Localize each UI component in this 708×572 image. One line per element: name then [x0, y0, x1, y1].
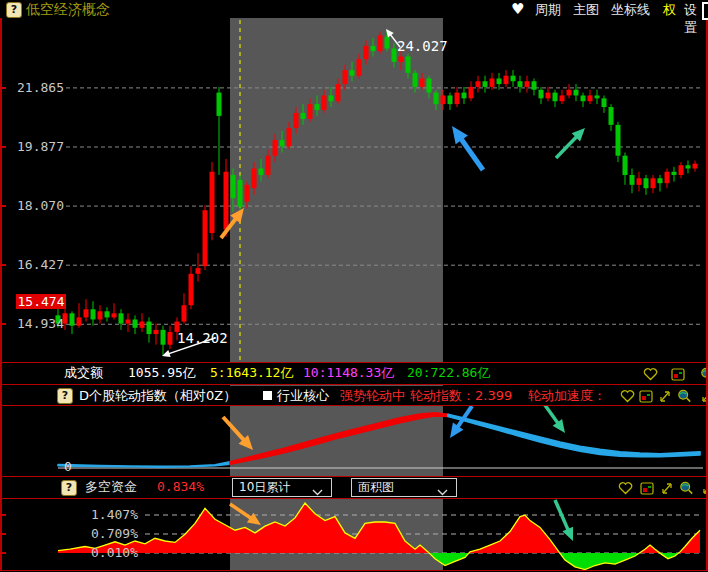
period-dropdown-value: 10日累计	[239, 480, 290, 494]
fund-tick-label: 0.709%	[62, 526, 138, 541]
panel-separator	[0, 362, 708, 363]
axis-tick	[0, 205, 6, 207]
panel-separator	[0, 405, 708, 406]
candlestick-series	[56, 29, 698, 355]
left-border	[0, 14, 2, 571]
price-tick-label: 19.877	[10, 139, 64, 154]
rotation-zero-label: 0	[64, 459, 72, 474]
help-icon[interactable]: ?	[57, 388, 73, 404]
svg-text:24.027: 24.027	[397, 38, 448, 54]
menu-item-mainchart[interactable]: 主图	[573, 1, 599, 19]
volume-ma5: 5:1643.12亿	[210, 363, 293, 382]
volume-value: 1055.95亿	[128, 363, 196, 382]
price-tick-label: 14.934	[10, 316, 64, 331]
industry-core-checkbox[interactable]	[263, 391, 272, 400]
fund-value: 0.834%	[157, 477, 204, 496]
axis-tick	[0, 87, 6, 89]
axis-tick	[0, 514, 6, 516]
volume-row: 成交额 1055.95亿 5:1643.12亿 10:1148.33亿 20:7…	[0, 363, 708, 384]
expand-arrows-icon[interactable]	[658, 388, 674, 403]
favorite-heart-icon[interactable]: ♥	[511, 0, 524, 18]
menu-item-period[interactable]: 周期	[535, 1, 561, 19]
fund-name[interactable]: 多空资金	[85, 477, 137, 496]
rotation-index-name[interactable]: D个股轮动指数（相对0Z）	[79, 386, 236, 405]
panel-separator	[0, 476, 708, 477]
expand-arrows-icon[interactable]	[660, 480, 676, 495]
industry-core-label[interactable]: 行业核心	[277, 386, 329, 405]
page-title: 低空经济概念	[26, 1, 110, 19]
axis-tick	[0, 264, 6, 266]
price-tick-label: 18.070	[10, 198, 64, 213]
zoom-icon[interactable]	[677, 388, 693, 403]
volume-ma20: 20:722.86亿	[407, 363, 490, 382]
style-dropdown-value: 面积图	[358, 480, 394, 494]
panel-layout-icon[interactable]	[671, 366, 687, 381]
main-gridlines	[66, 88, 703, 324]
help-icon[interactable]: ?	[6, 2, 22, 18]
axis-tick	[0, 146, 6, 148]
rotation-status: 强势轮动中	[340, 386, 405, 405]
axis-tick	[0, 552, 6, 554]
fund-row: ? 多空资金 0.834% 10日累计 面积图	[0, 477, 708, 498]
axis-tick	[0, 323, 6, 325]
menu-item-adjust[interactable]: 权	[663, 1, 676, 19]
svg-text:14.202: 14.202	[177, 330, 228, 346]
volume-label[interactable]: 成交额	[64, 363, 103, 382]
clipped-window-icon	[702, 2, 708, 20]
favorite-heart-icon[interactable]	[643, 366, 659, 381]
panel-separator	[0, 498, 708, 499]
menu-item-coordinates[interactable]: 坐标线	[611, 1, 650, 19]
favorite-heart-icon[interactable]	[618, 480, 634, 495]
style-dropdown[interactable]: 面积图	[351, 478, 457, 497]
panel-separator	[0, 570, 708, 571]
fund-area-chart	[58, 503, 703, 570]
stock-chart-window: ? 低空经济概念 ♥ 周期 主图 坐标线 权 设置 24.02714.202 成…	[0, 0, 708, 572]
help-icon[interactable]: ?	[61, 480, 77, 496]
zoom-icon[interactable]	[679, 480, 695, 495]
rotation-index-row: ? D个股轮动指数（相对0Z） 行业核心 强势轮动中 轮动指数：2.399 轮动…	[0, 386, 708, 405]
period-dropdown[interactable]: 10日累计	[232, 478, 332, 497]
annotations: 24.02714.202	[177, 38, 448, 346]
rotation-accel-label: 轮动加速度：	[528, 386, 606, 405]
fund-tick-label: 0.010%	[62, 545, 138, 560]
title-bar: ? 低空经济概念 ♥ 周期 主图 坐标线 权 设置	[0, 0, 708, 18]
price-marker-label: 15.474	[16, 294, 66, 309]
volume-ma10: 10:1148.33亿	[303, 363, 394, 382]
favorite-heart-icon[interactable]	[620, 388, 636, 403]
fund-tick-label: 1.407%	[62, 507, 138, 522]
price-tick-label: 16.427	[10, 257, 64, 272]
panel-separator	[0, 384, 708, 385]
price-tick-label: 21.865	[10, 80, 64, 95]
panel-layout-icon[interactable]	[639, 388, 655, 403]
rotation-index-value: 轮动指数：2.399	[410, 386, 512, 405]
panel-layout-icon[interactable]	[640, 480, 656, 495]
axis-tick	[0, 533, 6, 535]
rotation-ribbon	[58, 413, 703, 468]
